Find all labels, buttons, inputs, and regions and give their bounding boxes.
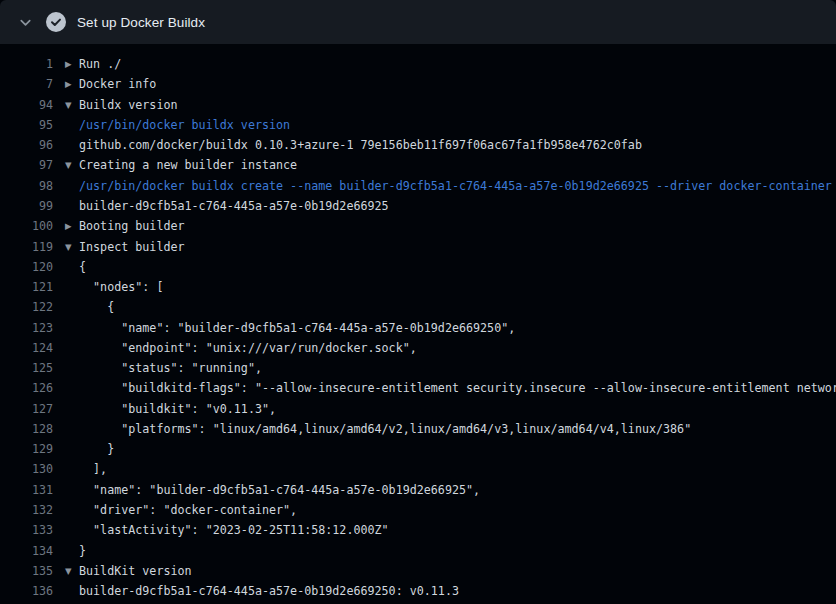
log-text: }: [79, 442, 114, 456]
line-number[interactable]: 119: [0, 240, 53, 254]
line-number[interactable]: 95: [0, 118, 53, 132]
log-group-title[interactable]: BuildKit version: [79, 564, 192, 578]
log-text: }: [79, 544, 86, 558]
log-group-title[interactable]: Buildx version: [79, 98, 178, 112]
log-line: 94 ▼ Buildx version: [0, 95, 836, 115]
line-number[interactable]: 125: [0, 361, 53, 375]
line-number[interactable]: 124: [0, 341, 53, 355]
log-line: 128 "platforms": "linux/amd64,linux/amd6…: [0, 419, 836, 439]
line-number[interactable]: 121: [0, 280, 53, 294]
log-line: 7 ▶ Docker info: [0, 74, 836, 94]
log-text: {: [79, 300, 114, 314]
log-text: ],: [79, 462, 107, 476]
step-title: Set up Docker Buildx: [77, 15, 205, 30]
log-body: 1 ▶ Run ./ 7 ▶ Docker info 94 ▼ Buildx v…: [0, 44, 836, 604]
log-text: "lastActivity": "2023-02-25T11:58:12.000…: [79, 523, 389, 537]
log-line: 98 /usr/bin/docker buildx create --name …: [0, 176, 836, 196]
line-number[interactable]: 135: [0, 564, 53, 578]
line-number[interactable]: 7: [0, 77, 53, 91]
log-text: "name": "builder-d9cfb5a1-c764-445a-a57e…: [79, 483, 480, 497]
log-line: 134 }: [0, 540, 836, 560]
log-line: 129 }: [0, 439, 836, 459]
group-expanded-triangle-icon[interactable]: ▼: [65, 242, 79, 252]
line-number[interactable]: 127: [0, 402, 53, 416]
log-text: builder-d9cfb5a1-c764-445a-a57e-0b19d2e6…: [79, 584, 459, 598]
line-number[interactable]: 98: [0, 179, 53, 193]
log-line: 124 "endpoint": "unix:///var/run/docker.…: [0, 338, 836, 358]
log-line: 132 "driver": "docker-container",: [0, 500, 836, 520]
line-number[interactable]: 136: [0, 584, 53, 598]
log-command-text: /usr/bin/docker buildx create --name bui…: [79, 179, 832, 193]
log-line: 99 builder-d9cfb5a1-c764-445a-a57e-0b19d…: [0, 196, 836, 216]
log-group-title[interactable]: Docker info: [79, 77, 156, 91]
log-text: "name": "builder-d9cfb5a1-c764-445a-a57e…: [79, 321, 515, 335]
step-success-icon: [46, 12, 66, 32]
log-group-title[interactable]: Run ./: [79, 57, 121, 71]
log-text: "nodes": [: [79, 280, 163, 294]
log-line: 122 {: [0, 297, 836, 317]
log-line: 136 builder-d9cfb5a1-c764-445a-a57e-0b19…: [0, 581, 836, 601]
log-group-title[interactable]: Inspect builder: [79, 240, 185, 254]
log-line: 121 "nodes": [: [0, 277, 836, 297]
log-text: builder-d9cfb5a1-c764-445a-a57e-0b19d2e6…: [79, 199, 389, 213]
log-line: 120 {: [0, 257, 836, 277]
line-number[interactable]: 134: [0, 544, 53, 558]
log-line: 133 "lastActivity": "2023-02-25T11:58:12…: [0, 520, 836, 540]
log-line: 131 "name": "builder-d9cfb5a1-c764-445a-…: [0, 480, 836, 500]
log-line: 125 "status": "running",: [0, 358, 836, 378]
line-number[interactable]: 122: [0, 300, 53, 314]
line-number[interactable]: 99: [0, 199, 53, 213]
group-expanded-triangle-icon[interactable]: ▼: [65, 566, 79, 576]
log-line: 126 "buildkitd-flags": "--allow-insecure…: [0, 378, 836, 398]
line-number[interactable]: 123: [0, 321, 53, 335]
actions-log-viewer: Set up Docker Buildx 1 ▶ Run ./ 7 ▶ Dock…: [0, 0, 836, 604]
line-number[interactable]: 97: [0, 158, 53, 172]
log-text: {: [79, 260, 86, 274]
line-number[interactable]: 120: [0, 260, 53, 274]
line-number[interactable]: 1: [0, 57, 53, 71]
log-line: 119 ▼ Inspect builder: [0, 236, 836, 256]
log-line: 97 ▼ Creating a new builder instance: [0, 155, 836, 175]
line-number[interactable]: 132: [0, 503, 53, 517]
group-expanded-triangle-icon[interactable]: ▼: [65, 100, 79, 110]
line-number[interactable]: 133: [0, 523, 53, 537]
log-group-title[interactable]: Creating a new builder instance: [79, 158, 297, 172]
group-collapsed-triangle-icon[interactable]: ▶: [65, 59, 79, 69]
log-line: 135 ▼ BuildKit version: [0, 561, 836, 581]
line-number[interactable]: 100: [0, 219, 53, 233]
log-text: "endpoint": "unix:///var/run/docker.sock…: [79, 341, 417, 355]
group-collapsed-triangle-icon[interactable]: ▶: [65, 79, 79, 89]
log-line: 123 "name": "builder-d9cfb5a1-c764-445a-…: [0, 317, 836, 337]
line-number[interactable]: 130: [0, 462, 53, 476]
log-text: "buildkitd-flags": "--allow-insecure-ent…: [79, 381, 836, 395]
log-text: "status": "running",: [79, 361, 262, 375]
group-collapsed-triangle-icon[interactable]: ▶: [65, 221, 79, 231]
line-number[interactable]: 128: [0, 422, 53, 436]
log-text: "buildkit": "v0.11.3",: [79, 402, 276, 416]
log-command-text: /usr/bin/docker buildx version: [79, 118, 290, 132]
log-line: 96 github.com/docker/buildx 0.10.3+azure…: [0, 135, 836, 155]
log-text: github.com/docker/buildx 0.10.3+azure-1 …: [79, 138, 642, 152]
chevron-down-icon[interactable]: [18, 15, 33, 30]
line-number[interactable]: 96: [0, 138, 53, 152]
log-text: "platforms": "linux/amd64,linux/amd64/v2…: [79, 422, 691, 436]
group-expanded-triangle-icon[interactable]: ▼: [65, 160, 79, 170]
log-line: 95 /usr/bin/docker buildx version: [0, 115, 836, 135]
step-header[interactable]: Set up Docker Buildx: [0, 0, 836, 44]
log-line: 100 ▶ Booting builder: [0, 216, 836, 236]
log-line: 1 ▶ Run ./: [0, 54, 836, 74]
line-number[interactable]: 131: [0, 483, 53, 497]
line-number[interactable]: 129: [0, 442, 53, 456]
log-text: "driver": "docker-container",: [79, 503, 297, 517]
line-number[interactable]: 126: [0, 381, 53, 395]
log-group-title[interactable]: Booting builder: [79, 219, 185, 233]
line-number[interactable]: 94: [0, 98, 53, 112]
log-line: 127 "buildkit": "v0.11.3",: [0, 399, 836, 419]
log-line: 130 ],: [0, 459, 836, 479]
